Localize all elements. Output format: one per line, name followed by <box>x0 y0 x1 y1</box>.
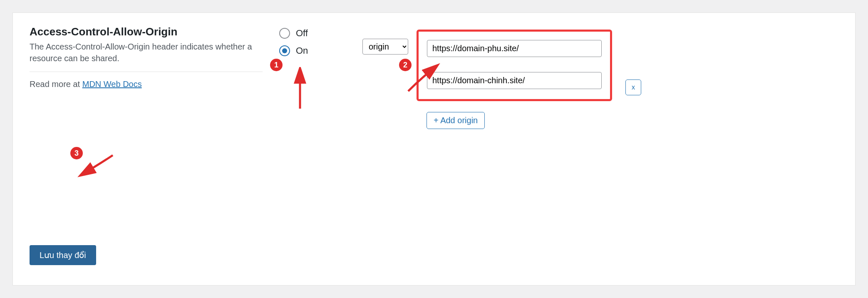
select-column: origin <box>362 25 417 55</box>
radio-on-row[interactable]: On <box>279 45 362 56</box>
setting-row: Access-Control-Allow-Origin The Access-C… <box>30 25 838 129</box>
readmore-link[interactable]: MDN Web Docs <box>82 79 142 89</box>
radio-on-label: On <box>296 45 308 56</box>
highlight-box <box>417 30 612 101</box>
settings-card: Access-Control-Allow-Origin The Access-C… <box>12 12 856 286</box>
divider <box>30 72 263 72</box>
radio-on[interactable] <box>279 45 290 56</box>
readmore-text: Read more at MDN Web Docs <box>30 79 263 89</box>
origin-row <box>427 40 602 57</box>
origin-row <box>427 72 602 89</box>
origin-input-2[interactable] <box>427 72 602 89</box>
origins-column: x + Add origin <box>417 25 612 129</box>
radio-off-row[interactable]: Off <box>279 28 362 39</box>
annotation-badge-3: 3 <box>70 147 83 159</box>
add-origin-button[interactable]: + Add origin <box>427 112 485 129</box>
radio-off[interactable] <box>279 28 290 39</box>
origin-select[interactable]: origin <box>362 39 408 55</box>
readmore-prefix: Read more at <box>30 79 82 89</box>
annotation-arrow-3 <box>75 151 117 180</box>
page: Access-Control-Allow-Origin The Access-C… <box>0 0 868 298</box>
radio-off-label: Off <box>296 28 308 39</box>
description-column: Access-Control-Allow-Origin The Access-C… <box>30 25 279 89</box>
origin-input-1[interactable] <box>427 40 602 57</box>
remove-origin-button[interactable]: x <box>625 79 641 95</box>
setting-title: Access-Control-Allow-Origin <box>30 25 263 38</box>
radio-column: Off On <box>279 25 362 63</box>
setting-description: The Access-Control-Allow-Origin header i… <box>30 41 263 64</box>
save-button[interactable]: Lưu thay đổi <box>30 245 96 265</box>
